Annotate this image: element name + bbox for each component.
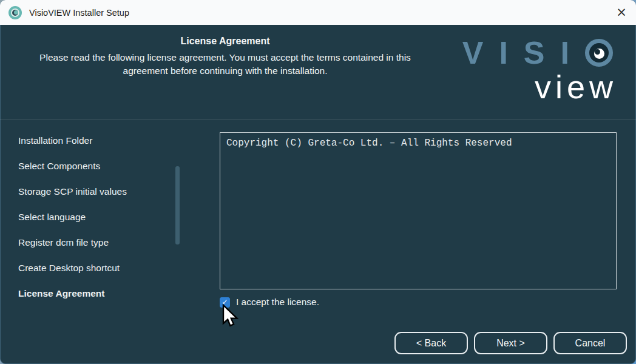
window-title: VisioVIEW Installer Setup [29, 8, 129, 18]
mouse-cursor [222, 304, 239, 329]
sidebar-item-select-components[interactable]: Select Components [0, 153, 188, 179]
close-button[interactable]: × [607, 0, 636, 25]
license-text: Copyright (C) Greta-Co Ltd. – All Rights… [226, 138, 610, 149]
header: License Agreement Please read the follow… [0, 25, 636, 119]
logo-letter: I [561, 37, 569, 69]
sidebar-item-installation-folder[interactable]: Installation Folder [0, 128, 188, 153]
header-divider [0, 119, 636, 120]
installer-window: VisioVIEW Installer Setup × License Agre… [0, 0, 636, 364]
logo-letter: S [524, 37, 545, 69]
logo-word-top: V I S I [462, 37, 613, 69]
logo-word-bottom: view [462, 70, 617, 103]
logo-letter: V [462, 37, 484, 69]
logo-eye-swirl [595, 49, 600, 55]
titlebar: VisioVIEW Installer Setup × [0, 0, 636, 25]
visioview-logo: V I S I view [462, 37, 613, 103]
next-button[interactable]: Next > [474, 332, 547, 354]
logo-eye-icon [585, 39, 613, 67]
back-button[interactable]: < Back [394, 332, 468, 354]
sidebar-scrollbar-thumb[interactable] [175, 166, 180, 244]
header-text: License Agreement Please read the follow… [29, 36, 422, 78]
sidebar-item-create-desktop-shortcut[interactable]: Create Desktop shortcut [0, 255, 188, 281]
close-icon: × [616, 6, 627, 19]
license-text-area[interactable]: Copyright (C) Greta-Co Ltd. – All Rights… [220, 132, 617, 289]
app-eye-icon [8, 6, 22, 19]
steps-sidebar: Installation Folder Select Components St… [0, 128, 188, 306]
sidebar-item-select-language[interactable]: Select language [0, 204, 188, 230]
sidebar-item-register-dcm-file-type[interactable]: Register dcm file type [0, 230, 188, 255]
page-description: Please read the following license agreem… [29, 51, 422, 78]
cancel-button[interactable]: Cancel [553, 332, 627, 354]
app-eye-icon-glint [14, 10, 18, 15]
sidebar-item-license-agreement[interactable]: License Agreement [0, 281, 188, 306]
logo-eye-pupil [594, 49, 604, 59]
sidebar-item-storage-scp-initial-values[interactable]: Storage SCP initial values [0, 179, 188, 204]
page-title: License Agreement [29, 36, 422, 47]
accept-checkbox-label[interactable]: I accept the license. [236, 297, 319, 308]
logo-letter: I [499, 37, 507, 69]
wizard-button-row: < Back Next > Cancel [394, 332, 627, 354]
